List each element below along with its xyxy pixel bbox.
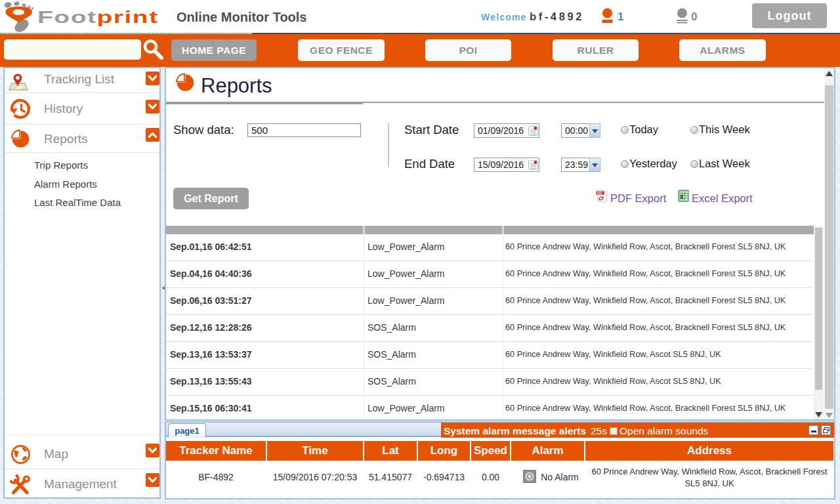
svg-text:PDF: PDF bbox=[597, 192, 603, 195]
